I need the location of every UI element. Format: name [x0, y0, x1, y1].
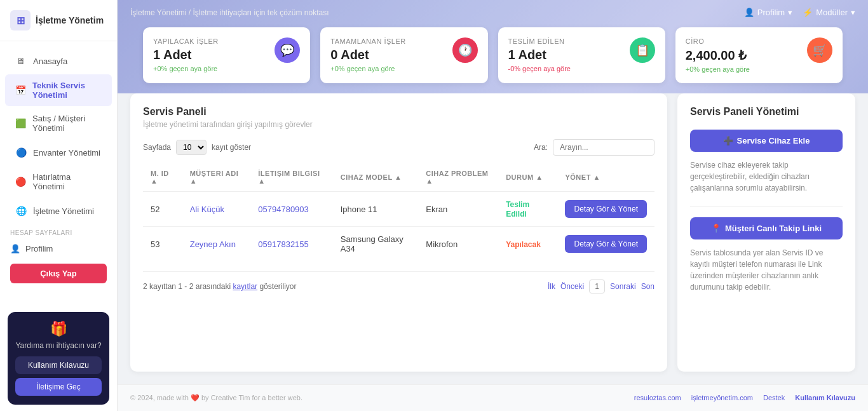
col-manage: Yönet ▲: [557, 163, 654, 192]
sidebar-item-label: Teknik Servis Yönetimi: [32, 81, 102, 100]
cell-phone: 05917832155: [250, 227, 332, 262]
cell-name: Zeynep Akın: [182, 227, 251, 262]
stat-label-1: TAMAMLANAN İŞLER: [330, 37, 405, 45]
records-select[interactable]: 10 25 50: [176, 140, 207, 155]
records-label: kayıt göster: [212, 143, 251, 152]
show-records: Sayfada 10 25 50 kayıt göster: [143, 140, 251, 155]
stat-value-2: 1 Adet: [508, 48, 571, 62]
sidebar-item-isletme[interactable]: 🌐 İşletme Yönetimi: [5, 199, 112, 223]
stat-change-3: +0% geçen aya göre: [686, 65, 750, 73]
help-title: Yardıma mı ihtiyacın var?: [15, 341, 102, 350]
section-label: HESAP SAYFALARI: [0, 224, 117, 239]
stat-value-0: 1 Adet: [153, 48, 219, 62]
cell-problem: Ekran: [418, 192, 498, 227]
cell-device: Iphone 11: [333, 192, 419, 227]
stat-card-yapilacak: YAPILACAK İŞLER 1 Adet +0% geçen aya gör…: [143, 27, 310, 83]
logout-button[interactable]: Çıkış Yap: [10, 264, 107, 283]
table-row: 53 Zeynep Akın 05917832155 Samsung Galax…: [143, 227, 654, 262]
search-input[interactable]: [553, 139, 654, 156]
sidebar-item-anasayfa[interactable]: 🖥 Anasayfa: [5, 49, 112, 73]
stat-label-0: YAPILACAK İŞLER: [153, 37, 219, 45]
grid-icon: ⚡: [803, 8, 813, 17]
topbar-right: 👤 Profilim ▾ ⚡ Modüller ▾: [744, 8, 855, 17]
data-table: M. ID ▲ Müşteri Adı ▲ İletişim Bilgisi ▲…: [143, 163, 654, 261]
help-icon: 🎁: [15, 321, 102, 337]
business-icon: 🌐: [15, 205, 27, 217]
footer-link-3[interactable]: Kullanım Kılavuzu: [795, 394, 855, 402]
add-device-label: Servise Cihaz Ekle: [737, 136, 810, 145]
stat-icon-2: 📋: [630, 37, 655, 63]
footer-link-2[interactable]: Destek: [763, 394, 785, 402]
stat-change-2: -0% geçen aya göre: [508, 65, 571, 72]
cell-id: 53: [143, 227, 182, 262]
table-header-row: M. ID ▲ Müşteri Adı ▲ İletişim Bilgisi ▲…: [143, 163, 654, 192]
pagination-onceki[interactable]: Önceki: [560, 282, 584, 291]
stat-icon-0: 💬: [275, 37, 300, 63]
stat-change-0: +0% geçen aya göre: [153, 65, 219, 72]
search-label: Ara:: [534, 143, 548, 152]
sidebar-help: 🎁 Yardıma mı ihtiyacın var? Kullanım Kıl…: [8, 312, 109, 405]
inventory-icon: 🔵: [15, 147, 27, 158]
tracking-link-button[interactable]: 📍 Müşteri Canlı Takip Linki: [690, 217, 843, 239]
profile-menu[interactable]: 👤 Profilim ▾: [744, 8, 792, 17]
pagination-sonraki[interactable]: Sonraki: [610, 282, 636, 291]
footer-link-1[interactable]: işletmeyönetim.com: [691, 394, 753, 402]
body-area: Servis Paneli İşletme yönetimi tarafında…: [118, 93, 868, 384]
logo-icon: ⊞: [10, 10, 31, 30]
sales-icon: 🟩: [15, 118, 26, 129]
chevron-down-icon: ▾: [788, 8, 792, 17]
add-device-button[interactable]: ➕ Servise Cihaz Ekle: [690, 130, 843, 152]
cell-problem: Mikrofon: [418, 227, 498, 262]
col-id: M. ID ▲: [143, 163, 182, 192]
stat-card-teslim: TESLİM EDİLEN 1 Adet -0% geçen aya göre …: [498, 27, 665, 83]
sidebar-item-envanter[interactable]: 🔵 Envanter Yönetimi: [5, 140, 112, 165]
panel-title: Servis Paneli: [143, 106, 654, 118]
cell-manage[interactable]: Detay Gör & Yönet: [557, 227, 654, 262]
chevron-down-icon2: ▾: [851, 8, 855, 17]
sidebar-profile[interactable]: 👤 Profilim: [0, 239, 117, 259]
col-contact: İletişim Bilgisi ▲: [250, 163, 332, 192]
footer-link-0[interactable]: resuloztas.com: [634, 394, 681, 402]
pagination-ilk[interactable]: İlk: [548, 282, 555, 291]
sidebar-item-hatirlatma[interactable]: 🔴 Hatırlatma Yönetimi: [5, 166, 112, 198]
calendar-icon: 📅: [15, 84, 26, 96]
cell-status: Yapılacak: [498, 227, 557, 262]
location-icon: 📍: [711, 224, 721, 233]
sidebar-menu: 🖥 Anasayfa 📅 Teknik Servis Yönetimi 🟩 Sa…: [0, 41, 117, 306]
pagination-info: 2 kayıttan 1 - 2 arasındaki kayıtlar gös…: [143, 282, 543, 291]
manage-button[interactable]: Detay Gör & Yönet: [565, 235, 647, 253]
stat-value-3: 2,400.00 ₺: [686, 48, 750, 63]
stat-label-2: TESLİM EDİLEN: [508, 37, 571, 45]
stat-icon-1: 🕐: [452, 37, 478, 63]
cell-id: 52: [143, 192, 182, 227]
guide-button[interactable]: Kullanım Kılavuzu: [15, 356, 102, 374]
cell-phone: 05794780903: [250, 192, 332, 227]
cell-manage[interactable]: Detay Gör & Yönet: [557, 192, 654, 227]
table-controls: Sayfada 10 25 50 kayıt göster Ara:: [143, 139, 654, 156]
sidebar-item-label: Satış / Müşteri Yönetimi: [32, 114, 102, 133]
side-panel-title: Servis Paneli Yönetimi: [690, 106, 843, 118]
sidebar-item-satis[interactable]: 🟩 Satış / Müşteri Yönetimi: [5, 107, 112, 139]
stat-icon-3: 🛒: [807, 37, 832, 63]
col-status: Durum ▲: [498, 163, 557, 192]
stat-card-tamamlanan: TAMAMLANAN İŞLER 0 Adet +0% geçen aya gö…: [320, 27, 487, 83]
tracking-link-label: Müşteri Canlı Takip Linki: [725, 224, 822, 233]
topbar: İşletme Yönetimi / İşletme ihtiyaçları i…: [118, 0, 868, 93]
col-problem: Cihaz Problem ▲: [418, 163, 498, 192]
cell-name: Ali Küçük: [182, 192, 251, 227]
sidebar-item-label: Hatırlatma Yönetimi: [32, 172, 102, 191]
col-device: Cihaz Model ▲: [333, 163, 419, 192]
pagination-son[interactable]: Son: [641, 282, 654, 291]
cell-device: Samsung Galaxy A34: [333, 227, 419, 262]
divider: [690, 206, 843, 207]
home-icon: 🖥: [15, 55, 27, 67]
topbar-nav: İşletme Yönetimi / İşletme ihtiyaçları i…: [130, 8, 855, 17]
sidebar-logo-text: İşletme Yönetim: [36, 15, 104, 25]
show-label: Sayfada: [143, 143, 171, 152]
plus-icon: ➕: [723, 136, 733, 145]
modules-menu[interactable]: ⚡ Modüller ▾: [803, 8, 855, 17]
manage-button[interactable]: Detay Gör & Yönet: [565, 200, 647, 218]
contact-button[interactable]: İletişime Geç: [15, 378, 102, 396]
sidebar-item-teknik[interactable]: 📅 Teknik Servis Yönetimi: [5, 74, 112, 106]
profile-label: Profilim: [757, 8, 785, 17]
